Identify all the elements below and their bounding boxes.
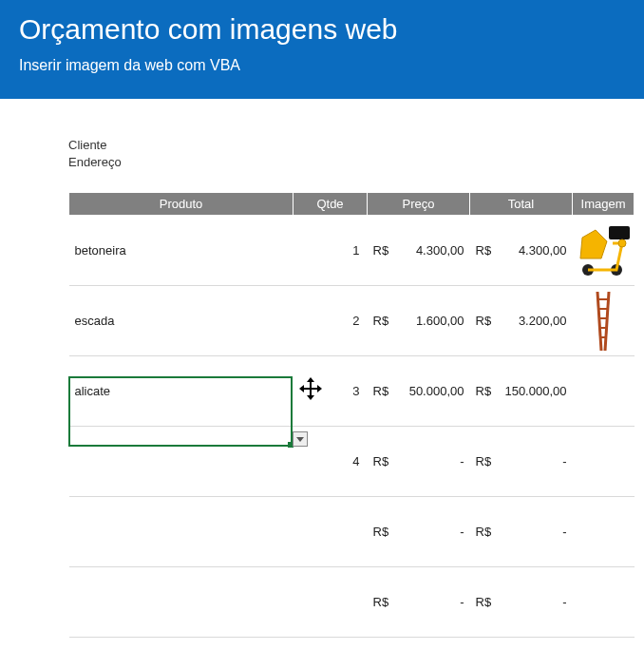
col-preco: Preço [368,193,470,216]
cell-produto[interactable]: escada [69,286,294,356]
cell-preco[interactable]: R$- [368,567,470,638]
svg-line-4 [597,292,601,351]
cell-imagem [573,427,635,497]
endereco-label: Endereço [68,154,644,171]
budget-table[interactable]: Produto Qtde Preço Total Imagem betoneir… [68,192,635,638]
cell-preco[interactable]: R$- [368,497,470,567]
col-total: Total [470,193,573,216]
cell-dropdown-button[interactable] [293,431,308,447]
table-row[interactable]: alicate 3 R$50.000,00 R$150.000,00 [69,356,635,427]
cell-qtde[interactable]: 2 [294,286,368,356]
col-qtde: Qtde [294,193,368,216]
cell-total[interactable]: R$- [470,497,573,567]
cell-total[interactable]: R$- [470,427,573,497]
cell-total[interactable]: R$4.300,00 [470,216,573,286]
cell-imagem [573,356,635,427]
table-row[interactable]: escada 2 R$1.600,00 R$3.200,00 [69,286,635,356]
col-produto: Produto [69,193,294,216]
cell-produto[interactable] [69,567,294,638]
cell-imagem [573,216,635,286]
banner: Orçamento com imagens web Inserir imagem… [0,0,644,99]
cliente-label: Cliente [68,137,644,154]
svg-point-3 [618,239,626,247]
cell-produto[interactable] [69,497,294,567]
table-row[interactable]: 4 R$- R$- [69,427,635,497]
cell-qtde[interactable] [294,567,368,638]
cell-imagem [573,286,635,356]
cell-produto[interactable]: betoneira [69,216,294,286]
sheet-area: Cliente Endereço Produto Qtde Preço Tota… [0,99,644,638]
col-imagem: Imagem [573,193,635,216]
ladder-icon [592,290,615,353]
cell-imagem [573,567,635,638]
cell-total[interactable]: R$150.000,00 [470,356,573,427]
table-row[interactable]: R$- R$- [69,567,635,638]
table-row[interactable]: R$- R$- [69,497,635,567]
cell-total[interactable]: R$3.200,00 [470,286,573,356]
cell-total[interactable]: R$- [470,567,573,638]
cell-preco[interactable]: R$50.000,00 [368,356,470,427]
cell-preco[interactable]: R$1.600,00 [368,286,470,356]
mixer-icon [575,224,632,277]
svg-rect-0 [609,226,630,239]
cell-produto[interactable] [69,427,294,497]
cell-preco[interactable]: R$- [368,427,470,497]
cell-qtde[interactable] [294,497,368,567]
table-header-row: Produto Qtde Preço Total Imagem [69,193,635,216]
cell-preco[interactable]: R$4.300,00 [368,216,470,286]
svg-line-5 [605,292,609,351]
client-info: Cliente Endereço [68,137,644,171]
cell-qtde[interactable]: 3 [294,356,368,427]
page-subtitle: Inserir imagem da web com VBA [19,57,625,74]
table-row[interactable]: betoneira 1 R$4.300,00 R$4.300,00 [69,216,635,286]
cell-produto[interactable]: alicate [69,356,294,427]
cell-qtde[interactable]: 1 [294,216,368,286]
cell-imagem [573,497,635,567]
page-title: Orçamento com imagens web [19,13,625,46]
